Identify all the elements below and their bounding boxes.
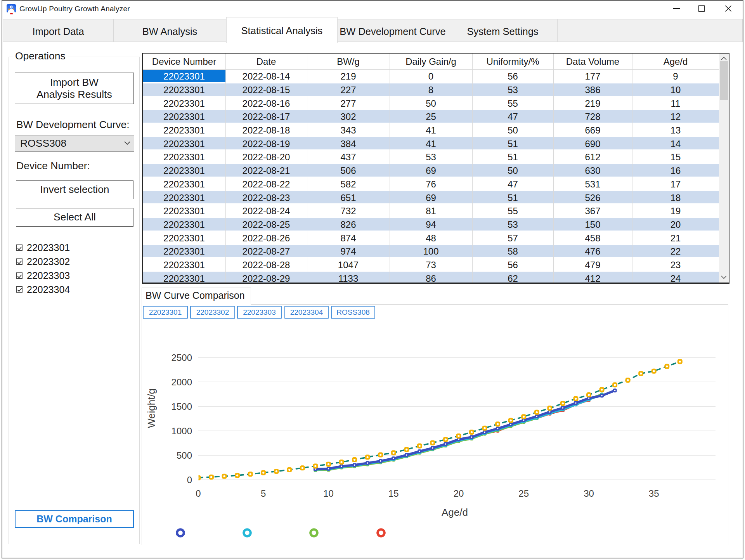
svg-text:5: 5 (261, 488, 266, 499)
svg-text:1500: 1500 (172, 401, 192, 412)
svg-text:15: 15 (388, 488, 399, 499)
svg-text:2500: 2500 (172, 352, 192, 363)
svg-text:0: 0 (187, 475, 192, 485)
svg-text:1000: 1000 (172, 426, 192, 436)
svg-text:10: 10 (323, 488, 334, 499)
svg-text:2000: 2000 (172, 377, 192, 387)
svg-text:25: 25 (518, 488, 529, 499)
svg-text:0: 0 (196, 488, 201, 499)
svg-text:20: 20 (454, 488, 464, 499)
svg-text:500: 500 (177, 450, 192, 461)
svg-text:30: 30 (584, 488, 594, 499)
svg-text:35: 35 (649, 488, 659, 499)
svg-text:Age/d: Age/d (442, 506, 468, 518)
svg-text:Weight/g: Weight/g (146, 388, 157, 428)
